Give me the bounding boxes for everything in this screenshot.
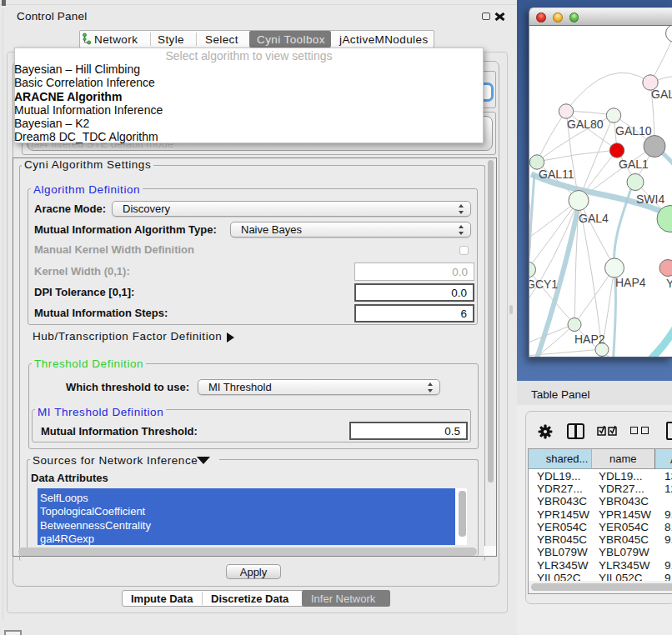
svg-text:GAL1: GAL1	[619, 158, 649, 171]
svg-text:SWI4: SWI4	[636, 192, 664, 206]
svg-text:GAL7: GAL7	[651, 88, 672, 101]
svg-text:GAL10: GAL10	[615, 124, 652, 138]
svg-text:GAL4: GAL4	[579, 212, 609, 225]
svg-text:GCY1: GCY1	[529, 278, 558, 291]
svg-text:Y: Y	[666, 277, 672, 290]
svg-text:GAL11: GAL11	[539, 168, 574, 181]
svg-text:HAP2: HAP2	[574, 332, 605, 346]
svg-text:HAP4: HAP4	[615, 276, 646, 289]
svg-text:GAL80: GAL80	[567, 118, 604, 131]
